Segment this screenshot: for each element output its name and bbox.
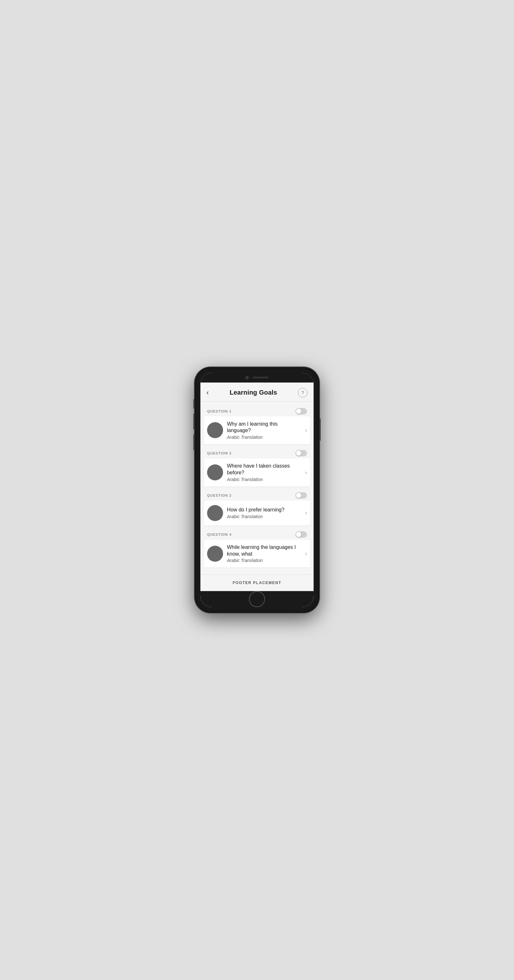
help-button[interactable]: ? (298, 388, 307, 398)
question-2-chevron-icon: › (305, 469, 307, 476)
question-4-header: QUESTION 4 (204, 529, 310, 539)
question-block-1: QUESTION 1 Why am I learning this langua… (204, 406, 310, 445)
home-button[interactable] (249, 591, 265, 607)
question-3-chevron-icon: › (305, 509, 307, 516)
question-3-main-text: How do I prefer learning? (227, 507, 301, 513)
question-4-card[interactable]: While learning the languages I know, wha… (204, 539, 310, 568)
question-1-avatar (207, 422, 223, 438)
question-2-translation: Arabic Translation (227, 477, 301, 482)
side-button-power (320, 418, 321, 441)
question-2-avatar (207, 465, 223, 480)
question-3-translation: Arabic Translation (227, 514, 301, 519)
app-content: ‹ Learning Goals ? QUESTION 1 Why am I l… (201, 382, 313, 592)
question-1-label: QUESTION 1 (207, 409, 232, 413)
front-camera (245, 376, 249, 379)
header: ‹ Learning Goals ? (201, 383, 313, 402)
question-3-header: QUESTION 3 (204, 490, 310, 501)
question-3-card[interactable]: How do I prefer learning? Arabic Transla… (204, 501, 310, 525)
side-button-volume-toggle (193, 399, 194, 409)
question-4-translation: Arabic Translation (227, 558, 301, 563)
question-3-avatar (207, 505, 223, 521)
speaker (253, 377, 269, 378)
question-4-chevron-icon: › (305, 550, 307, 557)
question-2-main-text: Where have I taken classes before? (227, 463, 301, 476)
footer-label: FOOTER PLACEMENT (207, 581, 307, 585)
question-4-text-area: While learning the languages I know, wha… (227, 544, 301, 563)
question-2-card[interactable]: Where have I taken classes before? Arabi… (204, 458, 310, 487)
question-block-3: QUESTION 3 How do I prefer learning? Ara… (204, 490, 310, 525)
question-1-text-area: Why am I learning this language? Arabic … (227, 421, 301, 440)
question-2-header: QUESTION 2 (204, 447, 310, 458)
footer: FOOTER PLACEMENT (201, 574, 313, 591)
question-block-2: QUESTION 2 Where have I taken classes be… (204, 447, 310, 487)
question-2-text-area: Where have I taken classes before? Arabi… (227, 463, 301, 482)
questions-container: QUESTION 1 Why am I learning this langua… (201, 402, 313, 572)
page-title: Learning Goals (229, 389, 277, 396)
question-3-label: QUESTION 3 (207, 493, 232, 497)
question-4-label: QUESTION 4 (207, 533, 232, 536)
question-1-translation: Arabic Translation (227, 434, 301, 440)
phone-shell: ‹ Learning Goals ? QUESTION 1 Why am I l… (194, 367, 320, 613)
question-1-main-text: Why am I learning this language? (227, 421, 301, 434)
side-button-volume-up (193, 414, 194, 430)
question-1-header: QUESTION 1 (204, 406, 310, 417)
notch-area (201, 373, 313, 382)
question-2-label: QUESTION 2 (207, 451, 232, 455)
question-1-chevron-icon: › (305, 427, 307, 434)
question-4-toggle[interactable] (295, 531, 307, 538)
question-4-main-text: While learning the languages I know, wha… (227, 544, 301, 558)
question-block-4: QUESTION 4 While learning the languages … (204, 529, 310, 568)
question-4-avatar (207, 546, 223, 562)
side-button-volume-down (193, 434, 194, 450)
question-1-toggle[interactable] (295, 408, 307, 414)
home-indicator-area (201, 591, 313, 607)
question-3-text-area: How do I prefer learning? Arabic Transla… (227, 507, 301, 519)
back-button[interactable]: ‹ (207, 389, 208, 396)
phone-screen: ‹ Learning Goals ? QUESTION 1 Why am I l… (201, 373, 313, 608)
question-2-toggle[interactable] (295, 450, 307, 457)
question-3-toggle[interactable] (295, 492, 307, 499)
question-1-card[interactable]: Why am I learning this language? Arabic … (204, 417, 310, 445)
